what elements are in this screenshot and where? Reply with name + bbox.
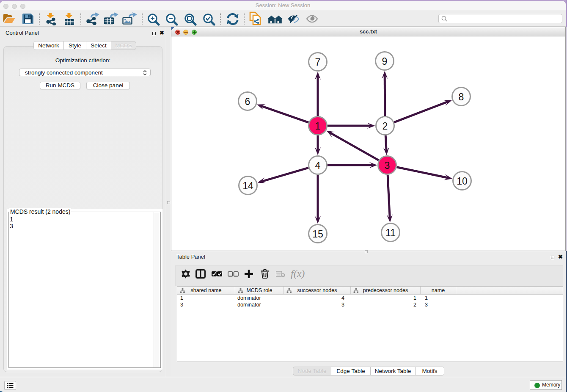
- svg-text:3: 3: [385, 160, 390, 171]
- svg-text:7: 7: [315, 57, 321, 68]
- svg-text:15: 15: [312, 229, 323, 240]
- svg-text:2: 2: [383, 121, 388, 132]
- svg-text:14: 14: [242, 180, 253, 191]
- svg-text:4: 4: [315, 160, 321, 171]
- svg-text:6: 6: [245, 96, 250, 107]
- svg-text:1: 1: [315, 121, 321, 132]
- svg-text:9: 9: [382, 56, 388, 67]
- svg-text:10: 10: [457, 176, 468, 187]
- svg-text:8: 8: [459, 91, 464, 102]
- svg-text:11: 11: [385, 227, 396, 238]
